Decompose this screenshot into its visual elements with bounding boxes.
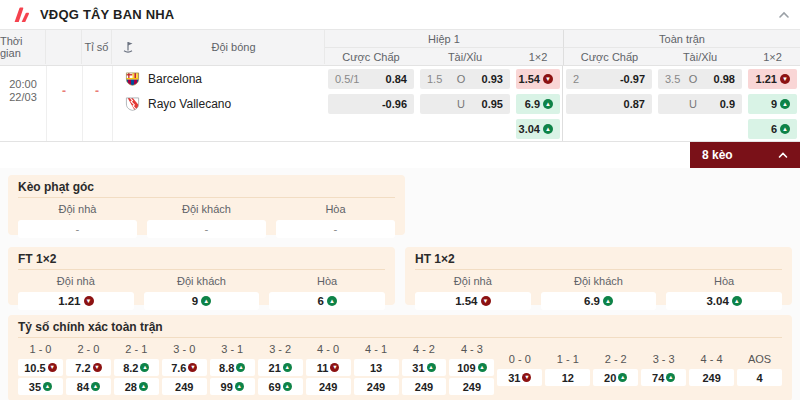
- panel-column-label: Đội nhà: [415, 274, 531, 289]
- panel-columns: Đội nhàĐội kháchHòa: [18, 202, 395, 217]
- odds-cell[interactable]: 31▼: [497, 369, 542, 386]
- odds-cell[interactable]: 35▲: [18, 378, 63, 395]
- odds-cell[interactable]: 1.21▼: [18, 292, 134, 310]
- odds-cell[interactable]: 99▲: [210, 378, 255, 395]
- odds-cell-h1-under[interactable]: U 0.95: [420, 94, 510, 114]
- odds-cell-ft-over[interactable]: 3.5 O 0.98: [658, 69, 742, 89]
- odds-number: 10.5: [24, 362, 45, 374]
- ou-line: 1.5: [427, 73, 453, 85]
- odds-cell-h1-1x2-away[interactable]: 6.9▲: [516, 94, 560, 114]
- odds-cell[interactable]: 84▲: [66, 378, 111, 395]
- odds-cell[interactable]: 13: [354, 359, 399, 376]
- home-team-name: Barcelona: [148, 72, 202, 86]
- odds-number: -0.96: [382, 98, 407, 110]
- odds-number: 35: [29, 381, 41, 393]
- panel-column-label: Hòa: [276, 202, 395, 217]
- odds-cell[interactable]: 28▲: [114, 378, 159, 395]
- odds-cell[interactable]: 21▲: [258, 359, 303, 376]
- odds-number: 249: [702, 372, 720, 384]
- odds-cell-h1-over[interactable]: 1.5 O 0.93: [420, 69, 510, 89]
- odds-cell[interactable]: 3.04▲: [666, 292, 782, 310]
- odds-cell[interactable]: 249: [689, 369, 734, 386]
- odds-number: 20: [604, 372, 616, 384]
- odds-number: 13: [370, 362, 382, 374]
- odds-cell[interactable]: 4: [737, 369, 782, 386]
- odds-cell[interactable]: 74▲: [641, 369, 686, 386]
- odds-cell[interactable]: 69▲: [258, 378, 303, 395]
- league-collapse-chevron-up-icon[interactable]: [778, 11, 790, 19]
- odds-number: -: [76, 223, 80, 235]
- score-label: 3 - 0: [162, 342, 207, 357]
- kickoff-date: 22/03: [9, 91, 37, 104]
- score-column: 3 - 18.8▲99▲: [210, 342, 255, 395]
- odds-cell[interactable]: 9▲: [144, 292, 260, 310]
- trend-down-icon: ▼: [522, 373, 531, 382]
- odds-cell[interactable]: 109▲: [449, 359, 494, 376]
- odds-cell[interactable]: 249: [354, 378, 399, 395]
- odds-cell[interactable]: 20▲: [593, 369, 638, 386]
- col-header-score: Tỉ số: [82, 30, 112, 64]
- odds-number: 109: [457, 362, 475, 374]
- odds-number: 31: [412, 362, 424, 374]
- odds-cell-ft-handicap-home[interactable]: 2 -0.97: [566, 69, 652, 89]
- trend-up-icon: ▲: [732, 296, 742, 306]
- trend-up-icon: ▲: [235, 382, 244, 391]
- score-column-draw: 3 - 374▲: [641, 342, 686, 395]
- odds-cell[interactable]: -: [18, 220, 137, 238]
- odds-cell[interactable]: -: [147, 220, 266, 238]
- score-label: 4 - 1: [354, 342, 399, 357]
- odds-cell[interactable]: 8.2▲: [114, 359, 159, 376]
- odds-cell[interactable]: 6▲: [269, 292, 385, 310]
- odds-number: 3.04: [706, 295, 728, 307]
- more-bets-button[interactable]: 8 kèo: [690, 142, 800, 168]
- odds-cell-h1-handicap-away[interactable]: -0.96: [328, 94, 414, 114]
- trend-up-icon: ▲: [283, 363, 292, 372]
- odds-cell-h1-1x2-home[interactable]: 1.54▼: [516, 69, 560, 89]
- odds-cell-ft-under[interactable]: U 0.9: [658, 94, 742, 114]
- correct-score-panel: Tỷ số chính xác toàn trận 1 - 010.5▼35▲2…: [8, 315, 792, 400]
- odds-cell[interactable]: 249: [306, 378, 351, 395]
- odds-cell[interactable]: 8.8▲: [210, 359, 255, 376]
- odds-cell-h1-handicap-home[interactable]: 0.5/1 0.84: [328, 69, 414, 89]
- handicap-line: 2: [573, 73, 620, 85]
- odds-number: 69: [269, 381, 281, 393]
- odds-cell[interactable]: 10.5▼: [18, 359, 63, 376]
- odds-cell[interactable]: 11▼: [306, 359, 351, 376]
- odds-number: 0.95: [469, 98, 503, 110]
- odds-cell-ft-1x2-away[interactable]: 9▲: [748, 94, 797, 114]
- trend-down-icon: ▼: [330, 363, 339, 372]
- odds-number: 0.84: [386, 73, 407, 85]
- odds-cell-ft-1x2-home[interactable]: 1.21▼: [748, 69, 797, 89]
- away-team[interactable]: Rayo Vallecano: [112, 96, 325, 112]
- odds-cell[interactable]: 249: [402, 378, 447, 395]
- match-info: 20:00 22/03 - -: [0, 66, 112, 116]
- score-label: 4 - 2: [402, 342, 447, 357]
- odds-cell[interactable]: 1.54▼: [415, 292, 531, 310]
- odds-cell[interactable]: 12: [545, 369, 590, 386]
- league-header: VĐQG TÂY BAN NHA: [0, 0, 800, 30]
- odds-cell-ft-1x2-draw[interactable]: 6▲: [748, 119, 797, 139]
- chevron-up-icon: [778, 152, 788, 159]
- odds-cell[interactable]: 7.6▼: [162, 359, 207, 376]
- odds-cell[interactable]: 249: [162, 378, 207, 395]
- col-header-ft-handicap: Cược Chấp: [563, 48, 655, 65]
- home-team[interactable]: Barcelona: [112, 71, 325, 87]
- odds-cell[interactable]: 6.9▲: [541, 292, 657, 310]
- odds-cell-h1-1x2-draw[interactable]: 3.04▲: [516, 119, 560, 139]
- score-column-draw: 2 - 220▲: [593, 342, 638, 395]
- odds-number: 1.54: [455, 295, 477, 307]
- ht-1x2-panel: HT 1×2 Đội nhàĐội kháchHòa 1.54▼6.9▲3.04…: [405, 247, 792, 305]
- odds-cell[interactable]: 249: [449, 378, 494, 395]
- panel-values: ---: [18, 220, 395, 238]
- under-label: U: [685, 98, 701, 110]
- odds-cell[interactable]: 7.2▼: [66, 359, 111, 376]
- match-rows: 20:00 22/03 - -: [0, 66, 800, 142]
- odds-cell[interactable]: 31▲: [402, 359, 447, 376]
- more-bets-label: 8 kèo: [702, 148, 733, 162]
- odds-number: 6.9: [584, 295, 600, 307]
- odds-number: 74: [652, 372, 664, 384]
- odds-cell[interactable]: -: [276, 220, 395, 238]
- trend-up-icon: ▲: [43, 382, 52, 391]
- odds-cell-ft-handicap-away[interactable]: 0.87: [566, 94, 652, 114]
- odds-number: 8.8: [219, 362, 234, 374]
